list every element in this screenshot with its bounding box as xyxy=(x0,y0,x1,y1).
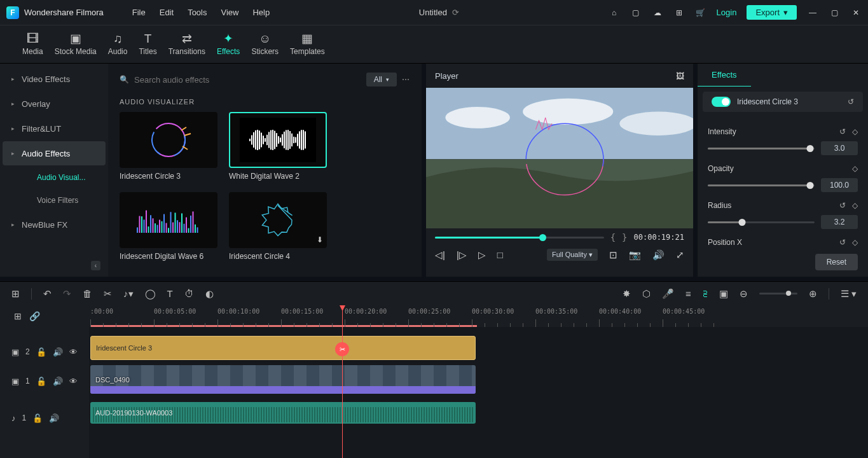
tab-effects[interactable]: ✦Effects xyxy=(217,32,240,56)
zoom-slider[interactable] xyxy=(759,293,797,295)
play-button[interactable]: ▷ xyxy=(478,249,486,261)
mute-icon[interactable]: 🔊 xyxy=(49,413,59,423)
eye-icon[interactable]: 👁 xyxy=(69,347,78,357)
zoom-out-button[interactable]: ⊖ xyxy=(740,288,748,300)
menu-edit[interactable]: Edit xyxy=(160,8,174,17)
text-tool-icon[interactable]: T xyxy=(167,288,173,299)
clip-video[interactable]: DSC_0490 xyxy=(90,365,476,394)
param-reset-icon[interactable]: ↺ xyxy=(839,127,846,136)
effect-thumbnail[interactable] xyxy=(120,112,217,168)
param-slider[interactable] xyxy=(708,221,815,223)
lock-icon[interactable]: 🔓 xyxy=(36,347,46,357)
tab-transitions[interactable]: ⇄Transitions xyxy=(169,32,205,56)
cut-indicator[interactable]: ✂ xyxy=(335,342,349,356)
playhead[interactable]: ✂ xyxy=(342,305,343,458)
document-title[interactable]: Untitled xyxy=(419,8,447,17)
tab-templates[interactable]: ▦Templates xyxy=(290,32,325,56)
progress-bar[interactable] xyxy=(435,237,604,239)
sidebar-sub-audio-visual-[interactable]: Audio Visual... xyxy=(0,166,108,189)
collapse-sidebar-button[interactable]: ‹ xyxy=(91,261,100,270)
tl-layout-icon[interactable]: ⊞ xyxy=(11,288,20,300)
cloud-sync-icon[interactable]: ⟳ xyxy=(452,8,459,17)
keyframe-icon[interactable]: ◇ xyxy=(852,201,858,210)
tab-audio[interactable]: ♫Audio xyxy=(108,32,128,56)
delete-button[interactable]: 🗑 xyxy=(83,288,92,299)
track-head-video[interactable]: ▣1 🔓 🔊 👁 xyxy=(0,366,89,396)
keyframe-icon[interactable]: ◇ xyxy=(852,238,858,247)
tab-media[interactable]: 🎞Media xyxy=(22,32,43,56)
zoom-in-button[interactable]: ⊕ xyxy=(809,288,817,300)
mark-out-button[interactable]: } xyxy=(622,232,627,242)
download-icon[interactable]: ⬇ xyxy=(317,235,323,244)
sidebar-sub-voice-filters[interactable]: Voice Filters xyxy=(0,189,108,212)
track-head-effect[interactable]: ▣2 🔓 🔊 👁 xyxy=(0,337,89,366)
mask-tool-icon[interactable]: ◯ xyxy=(145,288,156,300)
param-value[interactable]: 3.0 xyxy=(821,141,858,155)
more-options-icon[interactable]: ⋯ xyxy=(402,75,410,84)
sidebar-item-overlay[interactable]: ▸Overlay xyxy=(3,92,106,116)
param-reset-icon[interactable]: ↺ xyxy=(839,201,846,210)
cloud-icon[interactable]: ☁ xyxy=(652,7,663,18)
undo-button[interactable]: ↶ xyxy=(43,288,52,300)
lock-icon[interactable]: 🔓 xyxy=(32,413,43,423)
tl-add-track-icon[interactable]: ⊞ xyxy=(14,311,22,321)
effect-thumbnail[interactable]: ⬇ xyxy=(229,192,327,248)
crop-icon[interactable]: ▣ xyxy=(719,288,728,300)
param-slider[interactable] xyxy=(708,184,815,186)
param-slider[interactable] xyxy=(708,148,815,149)
menu-tools[interactable]: Tools xyxy=(188,8,207,17)
sidebar-item-filter-lut[interactable]: ▸Filter&LUT xyxy=(3,116,106,141)
inspector-tab-effects[interactable]: Effects xyxy=(698,64,751,87)
filter-all-dropdown[interactable]: All▾ xyxy=(366,73,397,87)
volume-icon[interactable]: 🔊 xyxy=(652,249,665,261)
eye-icon[interactable]: 👁 xyxy=(69,377,78,386)
effect-thumbnail[interactable] xyxy=(229,112,327,168)
param-value[interactable]: 3.2 xyxy=(821,215,858,229)
search-input[interactable] xyxy=(134,75,361,85)
reset-effect-icon[interactable]: ↺ xyxy=(848,97,854,106)
mute-icon[interactable]: 🔊 xyxy=(53,347,63,357)
apps-icon[interactable]: ⊞ xyxy=(673,7,685,18)
effect-enable-toggle[interactable] xyxy=(712,97,731,107)
menu-view[interactable]: View xyxy=(221,8,238,17)
reset-button[interactable]: Reset xyxy=(815,254,858,270)
effect-thumbnail[interactable] xyxy=(120,192,217,248)
snapshot-icon[interactable]: 🖼 xyxy=(676,71,684,81)
speed-tool-icon[interactable]: ⏱ xyxy=(184,288,194,299)
player-viewport[interactable] xyxy=(426,88,693,228)
login-button[interactable]: Login xyxy=(717,8,737,17)
color-tool-icon[interactable]: ◐ xyxy=(205,288,214,300)
keyframe-icon[interactable]: ◇ xyxy=(852,127,858,136)
minimize-button[interactable]: — xyxy=(807,7,818,18)
clip-audio[interactable]: AUD-20190130-WA0003 xyxy=(90,402,476,424)
menu-help[interactable]: Help xyxy=(252,8,270,17)
camera-icon[interactable]: 📷 xyxy=(629,249,641,261)
close-button[interactable]: ✕ xyxy=(850,7,862,18)
prev-frame-button[interactable]: ◁| xyxy=(435,249,445,261)
tl-link-icon[interactable]: 🔗 xyxy=(29,311,40,321)
next-frame-button[interactable]: |▷ xyxy=(457,249,467,261)
list-display-icon[interactable]: ☰ ▾ xyxy=(841,288,857,300)
redo-button[interactable]: ↷ xyxy=(63,288,71,300)
fullscreen-icon[interactable]: ⤢ xyxy=(676,249,684,261)
sidebar-item-video-effects[interactable]: ▸Video Effects xyxy=(3,67,106,91)
tab-titles[interactable]: TTitles xyxy=(139,32,156,56)
magnet-icon[interactable]: ⫔ xyxy=(703,288,708,299)
cart-icon[interactable]: 🛒 xyxy=(695,7,706,18)
sidebar-item-audio-effects[interactable]: ▸Audio Effects xyxy=(3,141,106,165)
marker-icon[interactable]: ⬡ xyxy=(642,288,651,300)
clip-effect[interactable]: Iridescent Circle 3 xyxy=(90,336,476,360)
keyframe-icon[interactable]: ◇ xyxy=(852,164,858,173)
device-icon[interactable]: ⌂ xyxy=(609,7,620,18)
menu-file[interactable]: File xyxy=(132,8,146,17)
audio-tool-icon[interactable]: ♪▾ xyxy=(123,288,134,300)
maximize-button[interactable]: ▢ xyxy=(829,7,840,18)
lock-icon[interactable]: 🔓 xyxy=(36,377,46,386)
save-icon[interactable]: ▢ xyxy=(630,7,642,18)
param-reset-icon[interactable]: ↺ xyxy=(839,238,846,247)
render-icon[interactable]: ✸ xyxy=(623,288,631,300)
sidebar-item-newblue-fx[interactable]: ▸NewBlue FX xyxy=(3,212,106,237)
mic-icon[interactable]: 🎤 xyxy=(662,288,674,300)
tab-stock-media[interactable]: ▣Stock Media xyxy=(55,32,97,56)
stop-button[interactable]: □ xyxy=(497,249,503,260)
